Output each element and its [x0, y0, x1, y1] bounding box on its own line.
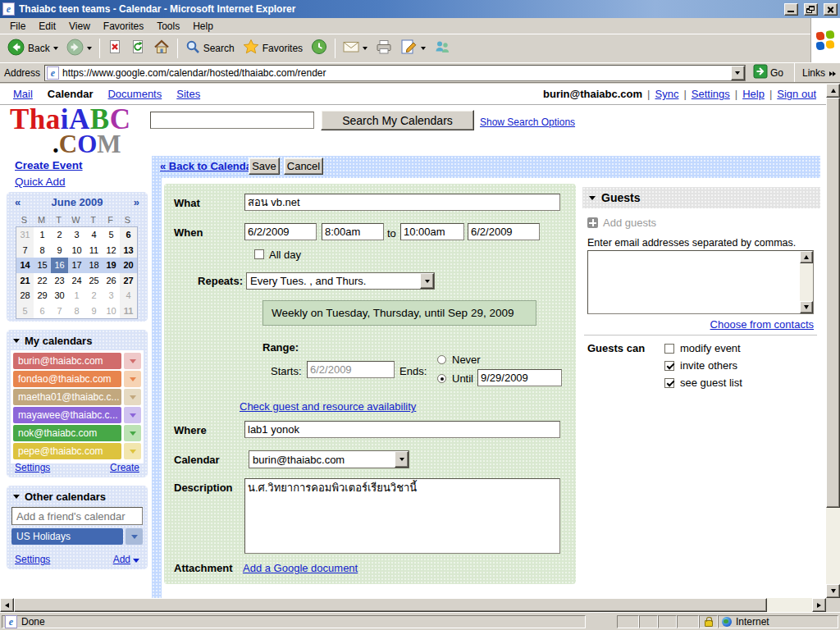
menu-favorites[interactable]: Favorites — [97, 19, 150, 34]
mini-calendar-day[interactable]: 17 — [68, 258, 85, 273]
calendar-menu-button[interactable] — [124, 407, 141, 423]
calendar-menu-button[interactable] — [124, 443, 141, 459]
checkbox[interactable] — [664, 344, 674, 354]
mini-calendar-day[interactable]: 7 — [51, 304, 68, 319]
mail-dropdown-icon[interactable] — [363, 47, 368, 50]
mini-calendar-day[interactable]: 6 — [120, 227, 137, 243]
calendar-name[interactable]: nok@thaiabc.com — [13, 425, 121, 441]
mini-calendar-day[interactable]: 4 — [120, 288, 137, 304]
mini-calendar-day[interactable]: 6 — [34, 304, 51, 319]
forward-button[interactable] — [62, 36, 96, 61]
my-calendars-settings-link[interactable]: Settings — [15, 462, 50, 473]
choose-from-contacts-link[interactable]: Choose from contacts — [710, 318, 814, 331]
mini-calendar-day[interactable]: 22 — [34, 273, 51, 289]
vertical-scrollbar[interactable] — [826, 84, 840, 598]
back-dropdown-icon[interactable] — [53, 47, 58, 50]
guest-emails-textarea[interactable] — [588, 251, 800, 313]
show-search-options-link[interactable]: Show Search Options — [480, 116, 575, 128]
scroll-down-icon[interactable] — [800, 301, 813, 313]
select-dropdown-button[interactable] — [420, 273, 434, 289]
link-sites[interactable]: Sites — [176, 88, 200, 100]
search-my-calendars-button[interactable]: Search My Calendars — [321, 110, 474, 130]
history-button[interactable] — [307, 36, 331, 61]
add-friend-calendar-input[interactable] — [11, 507, 143, 525]
scroll-left-button[interactable] — [0, 598, 14, 612]
mini-calendar-day[interactable]: 16 — [51, 258, 68, 273]
mini-calendar-day[interactable]: 11 — [85, 243, 103, 258]
address-field[interactable]: e — [44, 65, 746, 81]
calendar-name[interactable]: US Holidays — [11, 528, 123, 545]
refresh-button[interactable] — [126, 36, 149, 61]
mini-calendar-day[interactable]: 31 — [16, 227, 34, 243]
mini-calendar-day[interactable]: 28 — [16, 288, 34, 304]
horizontal-scrollbar[interactable] — [0, 598, 826, 612]
mini-calendar-day[interactable]: 30 — [51, 288, 68, 304]
calendar-name[interactable]: fondao@thaiabc.com — [13, 371, 121, 387]
home-button[interactable] — [149, 36, 174, 61]
account-link-sign-out[interactable]: Sign out — [777, 88, 816, 100]
back-button[interactable]: Back — [3, 36, 62, 61]
mini-calendar-day[interactable]: 15 — [34, 258, 51, 273]
textarea-scrollbar[interactable] — [800, 251, 813, 313]
scroll-up-icon[interactable] — [800, 251, 813, 263]
print-button[interactable] — [372, 36, 396, 61]
back-to-calendar-link[interactable]: « Back to Calendar — [160, 160, 256, 172]
my-calendars-header[interactable]: My calendars — [7, 330, 148, 349]
mini-calendar-day[interactable]: 24 — [68, 273, 85, 289]
mini-calendar-day[interactable]: 20 — [120, 258, 137, 273]
add-guests-button[interactable]: Add guests — [587, 217, 656, 229]
menu-tools[interactable]: Tools — [150, 19, 186, 34]
go-button[interactable]: Go — [750, 64, 787, 81]
forward-dropdown-icon[interactable] — [87, 47, 92, 50]
all-day-checkbox[interactable] — [254, 249, 264, 259]
mini-calendar-day[interactable]: 10 — [103, 304, 120, 319]
select-dropdown-button[interactable] — [395, 451, 409, 468]
restore-button[interactable] — [804, 3, 818, 16]
mini-calendar-day[interactable]: 9 — [51, 243, 68, 258]
mini-calendar-day[interactable]: 4 — [85, 227, 103, 243]
add-google-document-link[interactable]: Add a Google document — [243, 562, 358, 574]
calendar-name[interactable]: mayawee@thaiabc.c... — [13, 407, 121, 423]
menu-help[interactable]: Help — [186, 19, 220, 34]
where-input[interactable] — [244, 421, 560, 438]
minimize-button[interactable] — [784, 3, 798, 16]
edit-button[interactable] — [396, 36, 430, 61]
mini-calendar-day[interactable]: 19 — [103, 258, 120, 273]
mini-calendar-day[interactable]: 10 — [68, 243, 85, 258]
mini-calendar-day[interactable]: 21 — [16, 273, 34, 289]
menu-file[interactable]: File — [3, 19, 32, 34]
horizontal-scroll-thumb[interactable] — [14, 598, 767, 612]
link-documents[interactable]: Documents — [107, 88, 162, 100]
start-time-input[interactable] — [322, 223, 384, 240]
add-dropdown-icon[interactable] — [133, 559, 139, 563]
create-event-link[interactable]: Create Event — [15, 159, 83, 171]
link-mail[interactable]: Mail — [13, 88, 33, 100]
mail-button[interactable] — [339, 36, 372, 61]
check-availability-link[interactable]: Check guest and resource availability — [240, 400, 416, 413]
mini-calendar-day[interactable]: 3 — [68, 227, 85, 243]
calendar-search-input[interactable] — [150, 112, 314, 129]
mini-calendar-day[interactable]: 11 — [120, 304, 137, 319]
close-button[interactable] — [824, 3, 838, 16]
menu-view[interactable]: View — [62, 19, 97, 34]
description-textarea[interactable]: น.ศ.วิทยาการคอมพิวเตอร์เรียนวิชานี้ — [244, 478, 560, 554]
checkbox[interactable] — [664, 378, 674, 388]
links-label[interactable]: Links — [802, 67, 825, 79]
calendar-menu-button[interactable] — [124, 425, 141, 441]
cancel-button[interactable]: Cancel — [284, 158, 323, 175]
calendar-select[interactable]: burin@thaiabc.com — [249, 450, 409, 468]
favorites-button[interactable]: Favorites — [239, 36, 307, 61]
calendar-menu-button[interactable] — [126, 528, 143, 545]
calendar-menu-button[interactable] — [124, 389, 141, 405]
scroll-down-button[interactable] — [826, 584, 840, 598]
add-link[interactable]: Add — [113, 554, 130, 565]
mini-calendar-day[interactable]: 14 — [16, 258, 34, 273]
links-chevron-icon[interactable] — [829, 67, 836, 79]
repeats-select[interactable]: Every Tues. , and Thurs. — [246, 272, 435, 290]
account-link-sync[interactable]: Sync — [655, 88, 678, 100]
until-date-input[interactable] — [477, 369, 562, 386]
mini-calendar-day[interactable]: 29 — [34, 288, 51, 304]
search-button-toolbar[interactable]: Search — [181, 36, 239, 61]
calendar-name[interactable]: maetha01@thaiabc.c... — [13, 389, 121, 405]
account-link-settings[interactable]: Settings — [692, 88, 730, 100]
